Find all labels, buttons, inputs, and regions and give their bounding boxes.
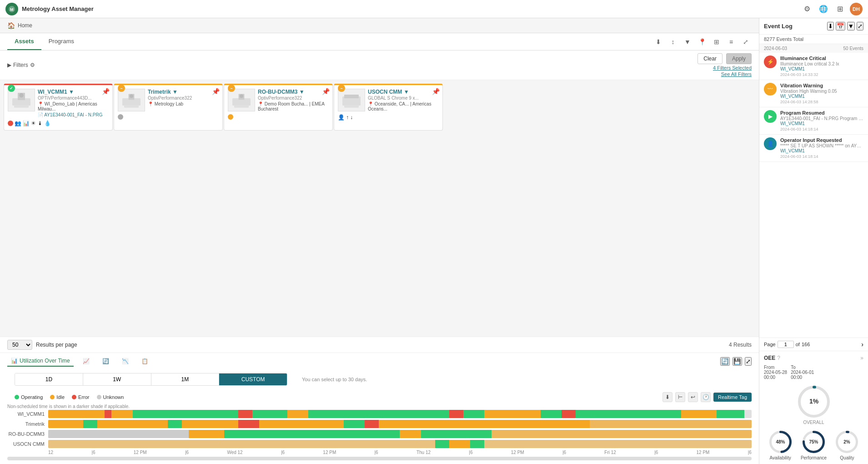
event-icon-operator-input: 👤 xyxy=(764,137,777,150)
asset-card-trimetrik[interactable]: – 📌 Trimetrik ▼ xyxy=(114,84,223,131)
gantt-bar-trimetrik xyxy=(48,420,752,428)
refresh-chart-icon[interactable]: 🔄 xyxy=(720,357,730,366)
next-page-button[interactable]: › xyxy=(861,341,863,348)
event-icon-vibration: 〰 xyxy=(764,83,777,96)
time-btn-1d[interactable]: 1D xyxy=(15,373,83,385)
time-btn-custom[interactable]: CUSTOM xyxy=(219,373,287,385)
tabs-bar: Assets Programs ⬇ ↕ ▼ 📍 ⊞ ≡ ⤢ xyxy=(0,33,759,50)
legend-unknown: Unknown xyxy=(103,394,124,400)
page-input[interactable] xyxy=(778,341,794,348)
results-count: 4 Results xyxy=(729,342,752,348)
export-icon[interactable]: ⬇ xyxy=(652,36,664,48)
event-item-operator-input[interactable]: 👤 Operator Input Requested ***** SE T UP… xyxy=(759,135,868,162)
gantt-label-trimetrik: Trimetrik xyxy=(7,421,48,427)
asset-location-usocn-cmm: 📍 Oceanside, CA... | Americas Oceans... xyxy=(368,101,439,111)
event-link-operator-input[interactable]: WI_VCMM1 xyxy=(780,148,863,153)
gantt-row-wi-vcmm1: WI_VCMM1 xyxy=(7,410,752,418)
filters-toggle[interactable]: ▶ Filters ⚙ xyxy=(7,62,35,68)
filter-icon[interactable]: ▼ xyxy=(682,36,693,48)
event-item-illuminance[interactable]: ⚡ Illuminance Critical Illuminance Low c… xyxy=(759,53,868,80)
asset-name-trimetrik: Trimetrik ▼ xyxy=(148,89,219,95)
clock-icon[interactable]: 🕐 xyxy=(701,392,711,402)
oee-help-icon[interactable]: ? xyxy=(777,355,780,361)
filters-label: Filters xyxy=(13,62,28,68)
legend-operating: Operating xyxy=(21,394,43,400)
chart-tab-5[interactable]: 📋 xyxy=(138,356,152,366)
asset-model-usocn-cmm: GLOBAL S Chrome 9 x... xyxy=(368,96,439,101)
person-icon-usocn: 👤 xyxy=(338,114,345,121)
chart-tab-utilization[interactable]: 📊 Utilization Over Time xyxy=(7,356,74,367)
oee-from-time: 00:00 xyxy=(764,375,787,380)
svg-rect-15 xyxy=(344,95,359,98)
event-log-title: Event Log xyxy=(764,23,793,30)
pin-icon-trimetrik[interactable]: 📌 xyxy=(212,88,220,95)
xaxis-label-11: 12 PM xyxy=(511,450,524,455)
grid-icon[interactable]: ⊞ xyxy=(833,3,846,15)
gantt-row-usocn-cmm: USOCN CMM xyxy=(7,440,752,448)
grid-view-icon[interactable]: ⊞ xyxy=(711,36,722,48)
chart-tab-3[interactable]: 🔄 xyxy=(99,356,113,366)
expand-view-icon[interactable]: ⤢ xyxy=(740,36,752,48)
pin-icon-ro-bu-dcmm3[interactable]: 📌 xyxy=(322,88,330,95)
breadcrumb: 🏠 Home xyxy=(0,18,759,33)
chart-tab-4[interactable]: 📉 xyxy=(118,356,132,366)
realtime-tag-button[interactable]: Realtime Tag xyxy=(713,393,752,402)
avatar[interactable]: DH xyxy=(850,3,863,15)
xaxis-label-6: |6 xyxy=(281,450,285,455)
xaxis-label-7: 12 PM xyxy=(323,450,336,455)
apply-button[interactable]: Apply xyxy=(726,53,752,64)
event-desc-program-resumed: AY1E3440-001_FAI - N.PRG Program Resumed… xyxy=(780,116,863,121)
undo-icon[interactable]: ↩ xyxy=(688,392,698,402)
event-desc-vibration: Vibration High Warning 0.05 xyxy=(780,89,863,94)
oee-expand-icon[interactable]: » xyxy=(860,355,863,361)
event-link-vibration[interactable]: WI_VCMM1 xyxy=(780,94,863,99)
event-log-export-icon[interactable]: ⬇ xyxy=(827,22,834,30)
time-btn-1m[interactable]: 1M xyxy=(151,373,220,385)
collapse-icon[interactable]: ⊢ xyxy=(675,392,685,402)
pin-icon-wi-vcmm1[interactable]: 📌 xyxy=(102,88,110,95)
tab-programs[interactable]: Programs xyxy=(41,33,81,50)
xaxis-label-1: 12 xyxy=(48,450,53,455)
oee-to-date: 2024-06-01 xyxy=(791,370,814,375)
time-btn-1w[interactable]: 1W xyxy=(83,373,151,385)
download-icon[interactable]: ⬇ xyxy=(662,392,672,402)
settings-icon[interactable]: ⚙ xyxy=(801,3,813,15)
event-link-illuminance[interactable]: WI_VCMM1 xyxy=(780,66,863,71)
svg-point-8 xyxy=(130,94,133,98)
event-item-vibration[interactable]: 〰 Vibration Warning Vibration High Warni… xyxy=(759,80,868,107)
asset-card-usocn-cmm[interactable]: – 📌 USOCN CMM ▼ GLOBAL S Chrom xyxy=(334,84,443,131)
brand-logo: M xyxy=(5,3,18,15)
see-all-filters[interactable]: See All Filters xyxy=(721,71,752,77)
clear-button[interactable]: Clear xyxy=(697,53,722,64)
chart-tab-2[interactable]: 📈 xyxy=(79,356,93,366)
event-title-vibration: Vibration Warning xyxy=(780,83,863,88)
event-log-calendar-icon[interactable]: 📅 xyxy=(836,22,845,30)
event-link-program-resumed[interactable]: WI_VCMM1 xyxy=(780,121,863,126)
list-view-icon[interactable]: ≡ xyxy=(725,36,737,48)
asset-card-wi-vcmm1[interactable]: ✓ 📌 WI_VCMM1 ▼ xyxy=(4,84,113,131)
asset-location-wi-vcmm1: 📍 WI_Demo_Lab | Americas Milwau... xyxy=(38,101,109,111)
oee-performance-label: Performance xyxy=(801,455,827,460)
gantt-scrollbar[interactable] xyxy=(7,457,752,460)
event-desc-illuminance: Illuminance Low critical 3.2 lx xyxy=(780,61,863,66)
event-item-program-resumed[interactable]: ▶ Program Resumed AY1E3440-001_FAI - N.P… xyxy=(759,107,868,135)
save-chart-icon[interactable]: 💾 xyxy=(733,357,742,366)
asset-card-ro-bu-dcmm3[interactable]: – 📌 RO-BU-DCMM3 ▼ xyxy=(224,84,333,131)
event-log-expand-icon[interactable]: ⤢ xyxy=(857,22,863,30)
right-panel: Event Log ⬇ 📅 ▼ ⤢ 8277 Events Total 2024… xyxy=(759,18,868,464)
charts-section: 📊 Utilization Over Time 📈 🔄 📉 📋 🔄 💾 ⤢ xyxy=(0,353,759,464)
event-log-filter-icon[interactable]: ▼ xyxy=(847,22,855,30)
globe-icon[interactable]: 🌐 xyxy=(817,3,830,15)
pin-icon-usocn-cmm[interactable]: 📌 xyxy=(432,88,440,95)
sort-icon[interactable]: ↕ xyxy=(667,36,679,48)
asset-location-ro-bu-dcmm3: 📍 Demo Room Bucha... | EMEA Bucharest xyxy=(258,101,329,111)
event-desc-operator-input: ***** SE T UP AS SHOWN ***** on AY1E3440… xyxy=(780,143,863,148)
xaxis-label-14: |6 xyxy=(654,450,658,455)
per-page-select[interactable]: 50 25 100 xyxy=(7,340,32,350)
filters-selected-text[interactable]: 4 Filters Selected xyxy=(713,65,752,71)
location-icon[interactable]: 📍 xyxy=(696,36,708,48)
tab-assets[interactable]: Assets xyxy=(7,33,41,50)
expand-chart-icon[interactable]: ⤢ xyxy=(745,357,752,366)
home-icon: 🏠 xyxy=(7,22,15,29)
event-title-operator-input: Operator Input Requested xyxy=(780,137,863,143)
